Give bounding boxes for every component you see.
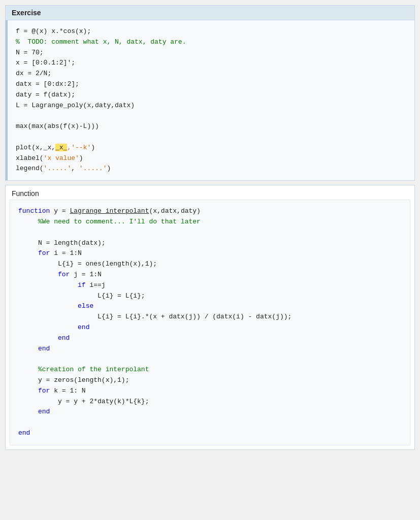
function-pre: function y = Lagrange_interpolant(x,datx… (18, 206, 402, 439)
function-code: function y = Lagrange_interpolant(x,datx… (10, 200, 410, 445)
exercise-code: f = @(x) x.*cos(x); % TODO: comment what… (6, 20, 414, 180)
exercise-section: Exercise f = @(x) x.*cos(x); % TODO: com… (5, 5, 415, 181)
function-header: Function (6, 185, 414, 200)
exercise-pre: f = @(x) x.*cos(x); % TODO: comment what… (16, 26, 406, 174)
exercise-header: Exercise (6, 6, 414, 20)
function-section: Function function y = Lagrange_interpola… (5, 185, 415, 450)
